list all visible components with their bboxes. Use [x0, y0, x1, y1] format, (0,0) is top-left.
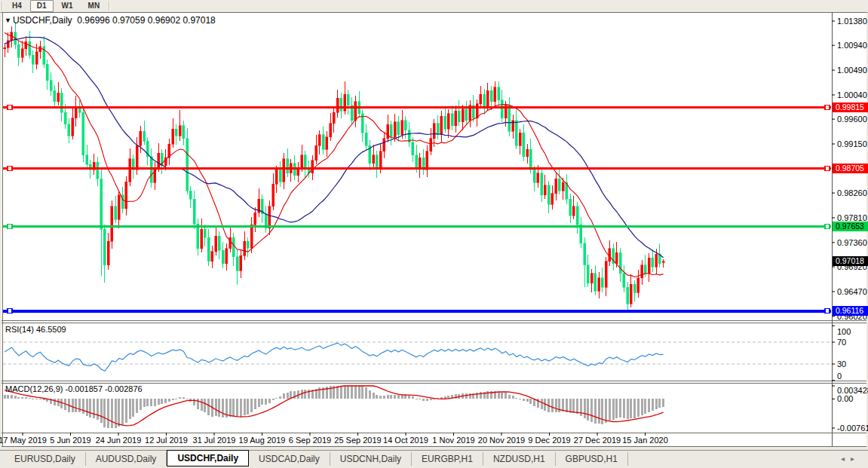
macd-axis-label: 0.003428 [837, 386, 868, 395]
rsi-axis-label: 0 [837, 372, 842, 381]
x-axis-label: 20 Nov 2019 [478, 436, 525, 445]
resistance-level-badge: 0.98705 [833, 164, 868, 173]
support-level-badge: 0.97653 [833, 222, 868, 231]
support-level-badge: 0.96116 [833, 306, 868, 316]
y-axis-label: 1.00940 [837, 41, 867, 50]
y-axis-label: 1.00490 [837, 66, 867, 75]
rsi-axis-label: 100 [837, 327, 851, 336]
x-axis-label: 6 Sep 2019 [289, 436, 331, 445]
macd-axis-label: -0.007615 [837, 424, 868, 433]
x-axis-label: 27 Dec 2019 [574, 436, 621, 445]
y-axis-label: 1.01380 [837, 17, 867, 26]
rsi-axis-label: 70 [837, 338, 846, 347]
macd-indicator-label: MACD(12,26,9) -0.001857 -0.002876 [5, 384, 143, 393]
x-axis-label: 19 Aug 2019 [239, 436, 286, 445]
x-axis-label: 1 Nov 2019 [432, 436, 474, 445]
macd-axis-label: 0.00 [837, 394, 853, 403]
current-price-badge: 0.97018 [833, 256, 868, 266]
resistance-level-badge: 0.99815 [833, 102, 868, 112]
x-axis-label: 15 Jan 2020 [622, 436, 668, 445]
symbol-marker-icon: ▼ [5, 17, 11, 24]
x-axis-label: 5 Jun 2019 [50, 436, 90, 445]
mt4-terminal: { "toolbar": { "buttons": [ {"label": "H… [0, 0, 868, 468]
y-axis-label: 0.98260 [837, 188, 867, 197]
x-axis-label: 25 Sep 2019 [334, 436, 381, 445]
y-axis-label: 0.99150 [837, 139, 867, 148]
rsi-indicator-label: RSI(14) 46.5509 [5, 325, 66, 334]
chart-ohlc-values: 0.96996 0.97059 0.96902 0.97018 [77, 15, 216, 26]
y-axis-label: 0.99600 [837, 115, 867, 124]
x-axis-label: 9 Dec 2019 [528, 436, 570, 445]
x-axis-label: 31 Jul 2019 [193, 436, 236, 445]
chart-symbol-label: USDCHF,Daily [13, 15, 72, 26]
y-axis-label: 0.97360 [837, 238, 867, 247]
x-axis-label: 17 May 2019 [0, 436, 47, 445]
y-axis-label: 1.00040 [837, 90, 867, 99]
y-axis-label: 0.96470 [837, 287, 867, 296]
chart-title: ▼USDCHF,Daily 0.96996 0.97059 0.96902 0.… [5, 15, 216, 26]
x-axis-label: 14 Oct 2019 [383, 436, 428, 445]
x-axis-label: 12 Jul 2019 [145, 436, 188, 445]
price-chart-canvas[interactable]: 1.013801.009401.004901.000400.996000.991… [0, 0, 868, 468]
x-axis-label: 24 Jun 2019 [96, 436, 142, 445]
rsi-axis-label: 30 [837, 359, 846, 369]
